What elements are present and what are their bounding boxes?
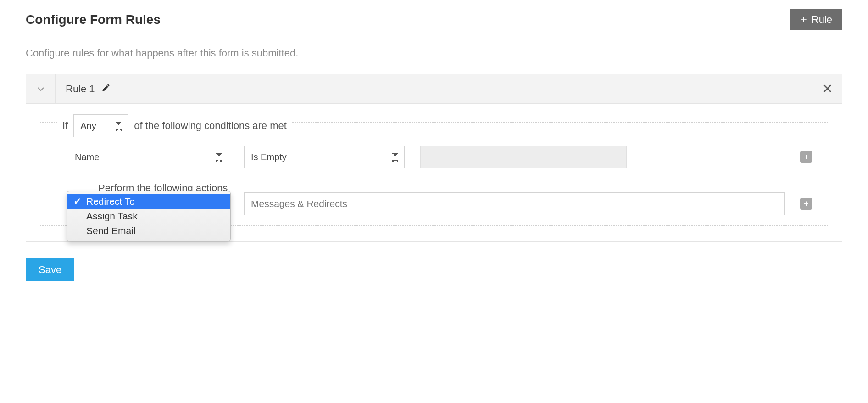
- rule-header: Rule 1 ✕: [26, 74, 842, 104]
- match-type-select[interactable]: Any: [73, 114, 128, 137]
- page-title: Configure Form Rules: [26, 12, 161, 27]
- edit-rule-name-button[interactable]: [101, 83, 111, 95]
- plus-icon: +: [804, 199, 809, 209]
- action-row: Redirect To Assign Task Send Email +: [68, 192, 812, 215]
- action-type-select[interactable]: Redirect To Assign Task Send Email: [68, 192, 228, 215]
- condition-operator-select[interactable]: Is Empty: [244, 146, 405, 168]
- rule-card: Rule 1 ✕ If Any of the following conditi…: [26, 74, 842, 242]
- condition-value-input: [420, 146, 627, 168]
- save-button[interactable]: Save: [26, 258, 74, 281]
- dropdown-option-redirect[interactable]: Redirect To: [67, 194, 230, 209]
- conditions-legend: If Any of the following conditions are m…: [58, 114, 291, 137]
- action-type-dropdown: Redirect To Assign Task Send Email: [67, 191, 231, 241]
- conditions-legend-suffix: of the following conditions are met: [134, 120, 287, 132]
- plus-icon: +: [801, 14, 807, 25]
- add-condition-button[interactable]: +: [800, 151, 812, 163]
- close-icon: ✕: [822, 81, 833, 96]
- page-subtitle: Configure rules for what happens after t…: [26, 47, 842, 59]
- plus-icon: +: [804, 152, 809, 162]
- delete-rule-button[interactable]: ✕: [812, 74, 842, 103]
- conditions-fieldset: If Any of the following conditions are m…: [40, 122, 828, 226]
- condition-row: Name Is Empty +: [68, 146, 812, 168]
- rule-title: Rule 1: [66, 83, 95, 95]
- add-rule-button[interactable]: + Rule: [790, 9, 842, 30]
- condition-field-select[interactable]: Name: [68, 146, 228, 168]
- collapse-toggle[interactable]: [26, 74, 56, 103]
- dropdown-option-send-email[interactable]: Send Email: [67, 224, 230, 238]
- add-action-button[interactable]: +: [800, 198, 812, 210]
- action-target-input[interactable]: [244, 192, 785, 215]
- add-rule-label: Rule: [812, 14, 832, 26]
- dropdown-option-assign-task[interactable]: Assign Task: [67, 209, 230, 224]
- pencil-icon: [101, 83, 111, 92]
- conditions-legend-prefix: If: [62, 120, 68, 132]
- chevron-down-icon: [35, 84, 46, 95]
